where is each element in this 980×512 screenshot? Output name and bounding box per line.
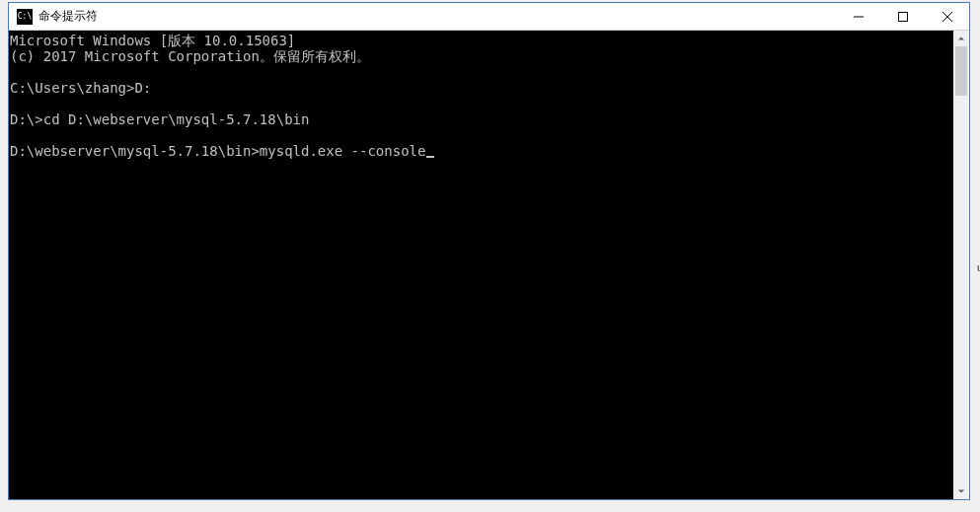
close-icon	[942, 12, 952, 22]
console-line: D:\webserver\mysql-5.7.18\bin>mysqld.exe…	[10, 143, 953, 159]
app-icon: C:\	[17, 9, 33, 25]
console-area: Microsoft Windows [版本 10.0.15063](c) 201…	[9, 31, 969, 499]
terminal-window: C:\ 命令提示符 Microsoft Windows [版本 10.0.150…	[8, 2, 970, 500]
console-line: (c) 2017 Microsoft Corporation。保留所有权利。	[10, 48, 953, 64]
minimize-button[interactable]	[836, 3, 880, 30]
console-line: D:\>cd D:\webserver\mysql-5.7.18\bin	[10, 111, 953, 127]
console-line	[10, 127, 953, 143]
console-line: Microsoft Windows [版本 10.0.15063]	[10, 33, 953, 48]
window-controls	[836, 3, 969, 30]
chevron-up-icon	[957, 35, 965, 42]
svg-rect-1	[898, 12, 907, 21]
console-line	[10, 64, 953, 80]
cursor	[426, 156, 434, 158]
vertical-scrollbar[interactable]	[953, 31, 969, 499]
scroll-up-button[interactable]	[953, 31, 969, 46]
console-output[interactable]: Microsoft Windows [版本 10.0.15063](c) 201…	[9, 31, 953, 499]
minimize-icon	[854, 12, 864, 22]
console-line	[10, 96, 953, 111]
titlebar[interactable]: C:\ 命令提示符	[9, 3, 969, 31]
chevron-down-icon	[957, 487, 965, 495]
close-button[interactable]	[925, 3, 969, 30]
console-line: C:\Users\zhang>D:	[10, 80, 953, 96]
scroll-thumb[interactable]	[955, 46, 967, 96]
scroll-down-button[interactable]	[953, 483, 969, 499]
app-icon-label: C:\	[18, 13, 32, 21]
maximize-button[interactable]	[880, 3, 925, 30]
maximize-icon	[898, 12, 908, 22]
window-title: 命令提示符	[38, 8, 836, 25]
